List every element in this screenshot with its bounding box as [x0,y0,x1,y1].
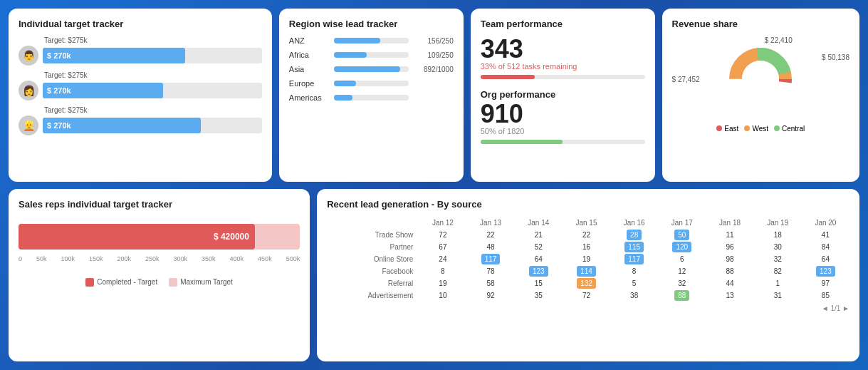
data-cell: 18 [754,229,802,241]
data-cell: 21 [515,229,563,241]
data-cell: 82 [754,265,802,277]
org-perf-title: Org performance [481,89,645,100]
data-cell: 41 [802,229,849,241]
data-cell: 1 [754,277,802,289]
table-header [327,217,419,229]
axis-label: 50k [36,255,47,262]
svg-point-3 [742,61,779,98]
region-row: Asia 892/1000 [289,65,454,73]
region-bar-track [334,38,409,43]
data-cell: 30 [754,241,802,253]
data-cell: 85 [802,289,849,302]
region-bar-track [334,81,409,86]
region-bar-track [334,95,409,101]
highlight-cell: 120 [672,242,691,252]
region-bar-fill [334,66,400,72]
highlight-cell: 114 [577,266,596,277]
data-cell: 13 [706,289,753,302]
sales-chart: $ 420000 050k100k150k200k250k300k350k400… [19,217,300,269]
pagination[interactable]: ◄ 1/1 ► [327,304,849,312]
tracker-row: Target: $275k 👨 $ 270k [19,36,262,66]
legend-dot [744,125,750,131]
data-cell: 64 [802,253,849,265]
highlight-cell: 132 [577,278,596,289]
tracker-row: Target: $275k 👱 $ 270k [19,106,262,135]
data-cell: 96 [706,241,753,253]
data-cell: 117 [610,253,658,265]
region-bar-fill [334,52,367,58]
data-cell: 11 [706,229,753,241]
source-cell: Partner [327,241,419,253]
sales-bar-fill: $ 420000 [19,224,255,250]
tracker-bar-container: 👨 $ 270k [19,46,262,66]
data-cell: 120 [658,241,706,253]
data-cell: 92 [466,289,514,302]
bar-track: $ 270k [43,48,262,63]
region-name: Americas [289,93,328,102]
sales-tracker-card: Sales reps individual target tracker $ 4… [9,189,310,362]
data-cell: 123 [802,265,849,277]
axis-label: 350k [202,255,216,262]
data-cell: 88 [658,289,706,302]
legend-item: Completed - Target [85,278,157,287]
axis-label: 300k [174,255,188,262]
data-cell: 97 [802,277,849,289]
data-cell: 78 [466,265,514,277]
table-row: Trade Show722221222850111841 [327,229,849,241]
data-cell: 132 [563,277,610,289]
tracker-bar-container: 👱 $ 270k [19,115,262,135]
table-header: Jan 18 [706,217,753,229]
legend-rect [169,278,177,287]
table-header: Jan 19 [754,217,802,229]
table-header: Jan 12 [419,217,466,229]
tracker-target-label: Target: $275k [19,71,262,79]
axis-label: 200k [117,255,132,262]
axis-labels: 050k100k150k200k250k300k350k400k450k500k [19,255,300,262]
tracker-bar-container: 👩 $ 270k [19,81,262,101]
legend-item: Central [774,125,805,133]
table-row: Online Store2411764191176983264 [327,253,849,265]
region-name: Asia [289,65,328,73]
lead-generation-card: Recent lead generation - By source Jan 1… [317,189,859,362]
org-perf-number: 910 [481,101,645,127]
data-cell: 16 [563,241,610,253]
team-perf-number: 343 [481,36,645,62]
legend-dot [716,125,722,131]
region-row: Americas [289,93,454,102]
data-cell: 19 [419,277,466,289]
team-perf-bar-track [481,75,645,79]
tracker-row: Target: $275k 👩 $ 270k [19,71,262,101]
data-cell: 117 [466,253,514,265]
tracker-rows: Target: $275k 👨 $ 270k Target: $275k 👩 $… [19,36,262,135]
bottom-row: Sales reps individual target tracker $ 4… [9,189,859,362]
region-name: ANZ [289,36,328,45]
bar-value: $ 270k [47,51,71,60]
axis-label: 400k [230,255,244,262]
highlight-cell: 117 [624,254,644,264]
team-perf-title: Team performance [481,19,645,29]
data-cell: 12 [658,265,706,277]
data-cell: 50 [658,229,706,241]
region-row: ANZ 156/250 [289,36,454,45]
data-cell: 64 [515,253,563,265]
source-cell: Trade Show [327,229,419,241]
legend-dot [774,125,780,131]
table-row: Facebook8781231148128882123 [327,265,849,277]
data-cell: 24 [419,253,466,265]
table-header: Jan 15 [563,217,610,229]
region-row: Europe [289,79,454,88]
highlight-cell: 50 [674,230,689,240]
lead-gen-title: Recent lead generation - By source [327,199,849,210]
data-cell: 84 [802,241,849,253]
tracker-target-label: Target: $275k [19,36,262,44]
highlight-cell: 88 [674,290,689,301]
org-perf-sub: 50% of 1820 [481,127,645,135]
individual-tracker-title: Individual target tracker [19,19,262,29]
individual-target-tracker-card: Individual target tracker Target: $275k … [9,9,272,182]
bar-value: $ 270k [47,86,71,95]
org-perf-bar-track [481,140,645,144]
lead-table: Jan 12Jan 13Jan 14Jan 15Jan 16Jan 17Jan … [327,217,849,302]
region-name: Europe [289,79,328,88]
data-cell: 8 [610,265,658,277]
axis-label: 0 [19,255,22,262]
